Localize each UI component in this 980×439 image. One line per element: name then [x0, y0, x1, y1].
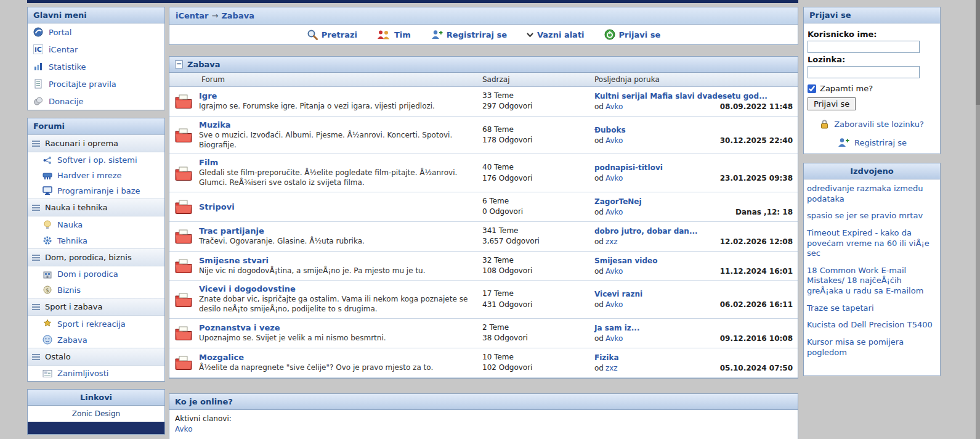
- forum-name-link[interactable]: Igre: [199, 91, 474, 101]
- forum-name-link[interactable]: Stripovi: [199, 202, 474, 211]
- forum-group-label[interactable]: Dom, porodica, biznis: [45, 253, 132, 262]
- main-menu-item[interactable]: Statistike: [28, 58, 164, 75]
- scrollbar-thumb[interactable]: [976, 0, 980, 105]
- forum-subitem-label[interactable]: Softver i op. sistemi: [57, 155, 137, 165]
- forum-group-header[interactable]: Ostalo: [28, 348, 164, 366]
- forum-subitem-label[interactable]: Hardver i mreze: [57, 171, 122, 180]
- breadcrumb-root[interactable]: iCentar: [176, 11, 208, 20]
- register-link[interactable]: Registriraj se: [854, 138, 907, 147]
- forum-group-header[interactable]: Sport i zabava: [28, 298, 164, 316]
- register-row[interactable]: Registriraj se: [808, 137, 936, 147]
- forum-subitem[interactable]: Dom i porodica: [28, 266, 164, 282]
- forum-name-link[interactable]: Vicevi i dogodovstine: [199, 284, 474, 293]
- forum-group-header[interactable]: Racunari i oprema: [28, 134, 164, 152]
- toolbar-item[interactable]: Registriraj se: [431, 30, 507, 39]
- forgot-password-link[interactable]: Zaboravili ste lozinku?: [834, 120, 924, 129]
- last-post-title-link[interactable]: Ja sam iz...: [594, 324, 793, 332]
- vertical-scrollbar[interactable]: [976, 0, 980, 439]
- toolbar-item-label[interactable]: Prijavi se: [619, 30, 661, 39]
- forum-group-label[interactable]: Sport i zabava: [45, 302, 102, 311]
- forum-subitem-label[interactable]: Sport i rekreacija: [57, 319, 126, 329]
- featured-link[interactable]: Timeout Expired - kako da povećam vreme …: [807, 228, 937, 259]
- last-post-user-link[interactable]: Avko: [605, 102, 623, 111]
- forum-subitem-label[interactable]: Zanimljivosti: [57, 369, 108, 378]
- last-post-user-link[interactable]: Avko: [605, 208, 623, 216]
- forum-subitem-label[interactable]: Nauka: [57, 220, 83, 229]
- last-post-meta: odAvko06.02.2026 16:11: [594, 300, 793, 309]
- forum-name-link[interactable]: Trac partijanje: [199, 226, 474, 236]
- main-menu-item-label[interactable]: Procitajte pravila: [49, 80, 116, 89]
- forum-group-label[interactable]: Racunari i oprema: [45, 139, 118, 148]
- forum-subitem[interactable]: Nauka: [28, 216, 164, 232]
- last-post-user-link[interactable]: Avko: [605, 334, 623, 343]
- toolbar-item[interactable]: Prijavi se: [604, 29, 661, 40]
- main-menu-item-label[interactable]: Portal: [49, 28, 71, 37]
- forgot-password-row[interactable]: Zaboravili ste lozinku?: [808, 119, 936, 129]
- forum-group-header[interactable]: Nauka i tehnika: [28, 199, 164, 216]
- featured-link[interactable]: Kucista od Dell Precision T5400: [807, 320, 937, 330]
- forum-name-link[interactable]: Mozgalice: [199, 353, 474, 362]
- forum-subitem[interactable]: Sport i rekreacija: [28, 316, 164, 332]
- toolbar-item[interactable]: Vazni alati: [527, 30, 585, 39]
- last-post-user-link[interactable]: Avko: [605, 300, 623, 309]
- forum-subitem-label[interactable]: Programiranje i baze: [57, 186, 140, 195]
- forum-name-link[interactable]: Muzika: [199, 120, 474, 129]
- forum-subitem-label[interactable]: Zabava: [57, 335, 87, 345]
- featured-link[interactable]: spasio se jer se pravio mrtav: [807, 211, 937, 221]
- forum-subitem-label[interactable]: Dom i porodica: [57, 269, 118, 279]
- main-menu-item[interactable]: iCiCentar: [28, 41, 164, 58]
- toolbar-item-label[interactable]: Registriraj se: [447, 30, 507, 39]
- login-button[interactable]: Prijavi se: [808, 97, 856, 110]
- forum-subitem[interactable]: Programiranje i baze: [28, 183, 164, 199]
- remember-label[interactable]: Zapamti me?: [820, 84, 873, 93]
- toolbar-item-label[interactable]: Tim: [394, 30, 411, 39]
- featured-link[interactable]: Traze se tapetari: [807, 303, 937, 314]
- main-menu-item-label[interactable]: iCentar: [49, 45, 78, 54]
- main-menu-item[interactable]: Portal: [28, 23, 164, 41]
- last-post-title-link[interactable]: Fizika: [594, 353, 793, 362]
- last-post-user-link[interactable]: Avko: [605, 267, 623, 276]
- main-menu-item[interactable]: Donacije: [28, 92, 164, 110]
- forum-name-link[interactable]: Poznanstva i veze: [199, 323, 474, 332]
- forum-name-link[interactable]: Film: [199, 158, 474, 167]
- forum-subitem[interactable]: Softver i op. sistemi: [28, 152, 164, 168]
- last-post-title-link[interactable]: Smijesan video: [594, 256, 793, 265]
- last-post-user-link[interactable]: zxz: [605, 237, 618, 246]
- zonic-design-link[interactable]: Zonic Design: [28, 406, 164, 422]
- collapse-icon[interactable]: −: [175, 60, 183, 68]
- main-menu-item-label[interactable]: Statistike: [49, 62, 86, 72]
- main-menu-item-label[interactable]: Donacije: [49, 97, 84, 106]
- main-menu-item[interactable]: Procitajte pravila: [28, 75, 164, 92]
- forum-group-label[interactable]: Ostalo: [45, 352, 71, 361]
- featured-link[interactable]: određivanje razmaka između podataka: [807, 184, 937, 204]
- featured-link[interactable]: 18 Common Work E-mail Mistakes/ 18 najče…: [807, 266, 937, 297]
- password-input[interactable]: [808, 66, 920, 78]
- forum-subitem-label[interactable]: Biznis: [57, 285, 81, 295]
- toolbar-item-label[interactable]: Pretrazi: [322, 30, 357, 39]
- forum-group-label[interactable]: Nauka i tehnika: [45, 203, 108, 212]
- last-post-title-link[interactable]: Kultni serijal Mafia slavi dvadesetu god…: [594, 92, 793, 101]
- forum-subitem-label[interactable]: Tehnika: [57, 236, 87, 245]
- featured-link[interactable]: Kursor misa se pomijera pogledom: [807, 337, 937, 358]
- forum-subitem[interactable]: Hardver i mreze: [28, 168, 164, 183]
- forum-subitem[interactable]: Zabava: [28, 332, 164, 348]
- username-input[interactable]: [808, 41, 920, 53]
- last-post-title-link[interactable]: Ðuboks: [594, 126, 793, 134]
- last-post-title-link[interactable]: dobro jutro, dobar dan...: [594, 227, 793, 236]
- last-post-title-link[interactable]: ZagorTeNej: [594, 197, 793, 206]
- forum-name-link[interactable]: Smijesne stvari: [199, 256, 474, 265]
- last-post-user-link[interactable]: Avko: [605, 136, 623, 145]
- last-post-title-link[interactable]: podnapisi-titlovi: [594, 163, 793, 172]
- active-member-link[interactable]: Avko: [175, 425, 192, 433]
- toolbar-item-label[interactable]: Vazni alati: [537, 30, 585, 39]
- last-post-user-link[interactable]: zxz: [605, 364, 618, 372]
- remember-checkbox[interactable]: [808, 84, 816, 93]
- last-post-user-link[interactable]: Avko: [605, 174, 623, 183]
- forum-subitem[interactable]: $Biznis: [28, 282, 164, 298]
- forum-subitem[interactable]: Zanimljivosti: [28, 366, 164, 381]
- forum-subitem[interactable]: Tehnika: [28, 232, 164, 248]
- last-post-title-link[interactable]: Vicevi razni: [594, 290, 793, 298]
- toolbar-item[interactable]: Pretrazi: [307, 29, 357, 40]
- toolbar-item[interactable]: Tim: [377, 30, 411, 39]
- forum-group-header[interactable]: Dom, porodica, biznis: [28, 248, 164, 266]
